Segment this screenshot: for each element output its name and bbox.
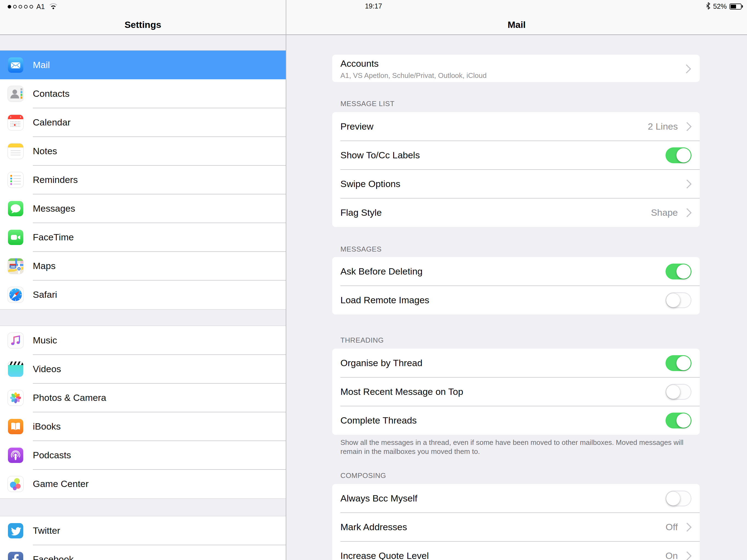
battery-percent-label: 52% — [713, 2, 727, 10]
message-list-card: Preview 2 Lines Show To/Cc Labels Swipe … — [332, 112, 700, 227]
complete-threads-toggle[interactable] — [666, 413, 692, 429]
messages-app-icon — [8, 201, 23, 216]
sidebar-item-facebook[interactable]: Facebook — [0, 545, 286, 560]
sidebar-item-photos-camera[interactable]: Photos & Camera — [0, 383, 286, 412]
chevron-right-icon — [682, 208, 692, 218]
sidebar-item-label: Photos & Camera — [33, 392, 106, 403]
detail-title: Mail — [508, 19, 525, 30]
chevron-right-icon — [682, 122, 692, 131]
sidebar-item-contacts[interactable]: Contacts — [0, 79, 286, 108]
clock: 19:17 — [0, 2, 747, 10]
contacts-app-icon — [8, 86, 23, 101]
settings-row-most-recent-message-on-top[interactable]: Most Recent Message on Top — [332, 377, 700, 406]
accounts-detail: A1, VS Apetlon, Schule/Privat, Outlook, … — [340, 71, 692, 80]
bluetooth-icon — [706, 2, 711, 11]
sidebar-item-game-center[interactable]: Game Center — [0, 469, 286, 498]
sidebar-item-podcasts[interactable]: Podcasts — [0, 441, 286, 469]
sidebar-item-label: Calendar — [33, 117, 71, 128]
settings-row-ask-before-deleting[interactable]: Ask Before Deleting — [332, 257, 700, 286]
settings-row-organise-by-thread[interactable]: Organise by Thread — [332, 349, 700, 377]
facetime-app-icon — [8, 230, 23, 245]
mark-addresses-value: Off — [666, 522, 678, 532]
settings-row-always-bcc-myself[interactable]: Always Bcc Myself — [332, 484, 700, 513]
sidebar-item-label: Videos — [33, 364, 61, 374]
sidebar-item-label: Music — [33, 335, 57, 346]
sidebar-item-mail[interactable]: Mail — [0, 51, 286, 79]
settings-row-complete-threads[interactable]: Complete Threads — [332, 406, 700, 435]
always-bcc-myself-toggle[interactable] — [666, 490, 692, 506]
sidebar-item-label: Safari — [33, 289, 57, 300]
sidebar-item-label: Twitter — [33, 525, 60, 536]
sidebar-item-maps[interactable]: 280 Maps — [0, 252, 286, 280]
status-right: 52% — [706, 2, 743, 11]
svg-text:280: 280 — [10, 265, 15, 268]
sidebar-item-label: Game Center — [33, 479, 88, 489]
sidebar-item-label: Facebook — [33, 554, 74, 560]
sidebar-item-label: Mail — [33, 59, 50, 70]
sidebar-group-apps: Mail Contacts Calendar Notes Reminders M… — [0, 50, 286, 309]
sidebar-item-ibooks[interactable]: iBooks — [0, 412, 286, 441]
messages-card: Ask Before Deleting Load Remote Images — [332, 257, 700, 314]
music-app-icon — [8, 333, 23, 348]
sidebar-item-videos[interactable]: Videos — [0, 355, 286, 383]
podcasts-app-icon — [8, 448, 23, 463]
sidebar-item-label: iBooks — [33, 421, 61, 432]
reminders-app-icon — [8, 172, 23, 187]
maps-app-icon: 280 — [8, 258, 23, 274]
settings-sidebar: Settings Mail Contacts Calendar Notes Re… — [0, 0, 286, 560]
sidebar-item-music[interactable]: Music — [0, 326, 286, 355]
sidebar-item-safari[interactable]: Safari — [0, 280, 286, 309]
threading-footer-text: Show all the messages in a thread, even … — [340, 438, 699, 456]
ibooks-app-icon — [8, 419, 23, 434]
mail-settings-pane: Mail Accounts A1, VS Apetlon, Schule/Pri… — [286, 0, 747, 560]
chevron-right-icon — [682, 551, 692, 560]
organise-by-thread-toggle[interactable] — [666, 355, 692, 371]
threading-card: Organise by Thread Most Recent Message o… — [332, 349, 700, 435]
section-header-threading: THREADING — [340, 336, 384, 345]
accounts-label: Accounts — [340, 58, 692, 69]
sidebar-item-messages[interactable]: Messages — [0, 194, 286, 223]
sidebar-item-label: FaceTime — [33, 232, 74, 243]
sidebar-item-facetime[interactable]: FaceTime — [0, 223, 286, 252]
settings-row-mark-addresses[interactable]: Mark Addresses Off — [332, 513, 700, 541]
status-bar: A1 19:17 52% — [0, 0, 747, 11]
mail-app-icon — [8, 57, 23, 73]
battery-icon — [729, 4, 742, 9]
sidebar-group-media: Music Videos Photos & Camera iBooks Podc… — [0, 326, 286, 499]
settings-row-swipe-options[interactable]: Swipe Options — [332, 170, 700, 198]
settings-row-flag-style[interactable]: Flag Style Shape — [332, 198, 700, 227]
sidebar-item-notes[interactable]: Notes — [0, 137, 286, 166]
sidebar-item-label: Messages — [33, 203, 75, 214]
sidebar-item-label: Podcasts — [33, 450, 71, 460]
most-recent-message-on-top-toggle[interactable] — [666, 384, 692, 400]
videos-app-icon — [8, 361, 23, 377]
calendar-app-icon — [8, 115, 23, 130]
show-to-cc-labels-toggle[interactable] — [666, 147, 692, 163]
settings-row-load-remote-images[interactable]: Load Remote Images — [332, 286, 700, 314]
flag-style-value: Shape — [651, 207, 678, 218]
sidebar-item-label: Reminders — [33, 175, 78, 185]
chevron-right-icon — [682, 179, 692, 189]
sidebar-item-label: Notes — [33, 146, 57, 156]
accounts-row[interactable]: Accounts A1, VS Apetlon, Schule/Privat, … — [332, 55, 700, 82]
chevron-right-icon — [682, 523, 692, 532]
section-header-message-list: MESSAGE LIST — [340, 100, 394, 108]
sidebar-item-label: Contacts — [33, 88, 70, 99]
sidebar-item-label: Maps — [33, 261, 55, 271]
sidebar-item-twitter[interactable]: Twitter — [0, 516, 286, 545]
settings-row-preview[interactable]: Preview 2 Lines — [332, 112, 700, 141]
facebook-app-icon — [8, 552, 23, 560]
settings-row-show-to-cc-labels[interactable]: Show To/Cc Labels — [332, 141, 700, 170]
game-center-app-icon — [8, 476, 23, 492]
safari-app-icon — [8, 287, 23, 302]
sidebar-item-calendar[interactable]: Calendar — [0, 108, 286, 137]
sidebar-item-reminders[interactable]: Reminders — [0, 166, 286, 194]
ipad-settings-screen: A1 19:17 52% Settings Mail Contacts — [0, 0, 747, 560]
sidebar-title: Settings — [124, 19, 161, 30]
load-remote-images-toggle[interactable] — [666, 292, 692, 308]
settings-row-increase-quote-level[interactable]: Increase Quote Level On — [332, 541, 700, 560]
photos-app-icon — [8, 390, 23, 406]
ask-before-deleting-toggle[interactable] — [666, 263, 692, 279]
increase-quote-level-value: On — [666, 551, 678, 560]
preview-value: 2 Lines — [648, 121, 678, 132]
